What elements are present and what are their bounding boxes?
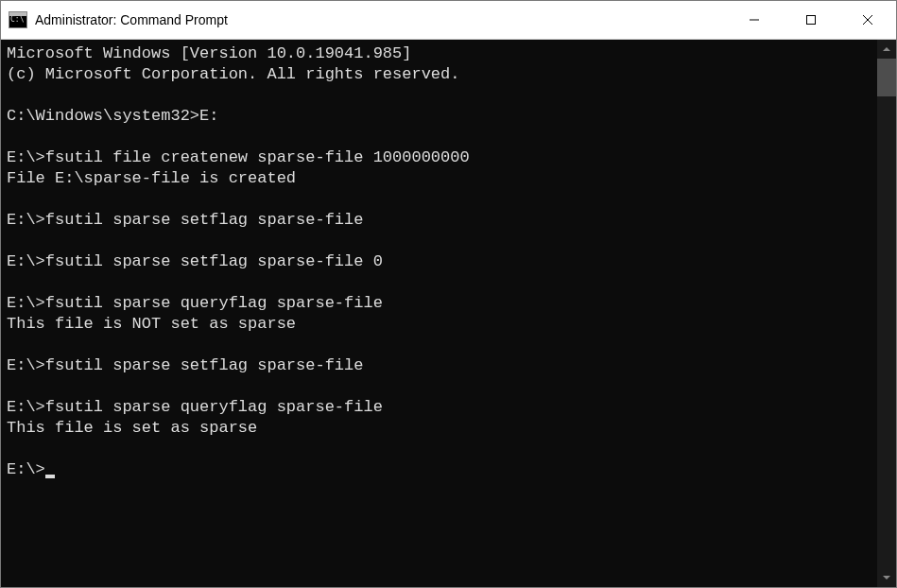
chevron-down-icon bbox=[882, 573, 891, 582]
minimize-icon bbox=[749, 14, 760, 26]
terminal-line bbox=[7, 272, 871, 293]
close-icon bbox=[862, 14, 873, 26]
terminal-line: Microsoft Windows [Version 10.0.19041.98… bbox=[7, 43, 871, 64]
terminal-line: E:\>fsutil sparse queryflag sparse-file bbox=[7, 293, 871, 314]
window-title: Administrator: Command Prompt bbox=[35, 12, 726, 27]
terminal-line: File E:\sparse-file is created bbox=[7, 168, 871, 189]
terminal-line: This file is set as sparse bbox=[7, 418, 871, 439]
scrollbar[interactable] bbox=[877, 40, 896, 587]
terminal-line: E:\>fsutil sparse setflag sparse-file bbox=[7, 210, 871, 231]
terminal-prompt: E:\> bbox=[7, 460, 45, 478]
maximize-icon bbox=[805, 14, 817, 26]
chevron-up-icon bbox=[882, 44, 891, 54]
terminal-line: C:\Windows\system32>E: bbox=[7, 106, 871, 127]
terminal-line: E:\>fsutil sparse setflag sparse-file 0 bbox=[7, 251, 871, 272]
terminal-line bbox=[7, 127, 871, 147]
terminal-line: E:\>fsutil file createnew sparse-file 10… bbox=[7, 147, 871, 168]
terminal-output[interactable]: Microsoft Windows [Version 10.0.19041.98… bbox=[1, 40, 877, 587]
terminal-line: E:\>fsutil sparse setflag sparse-file bbox=[7, 355, 871, 376]
titlebar[interactable]: C:\ Administrator: Command Prompt bbox=[1, 1, 896, 40]
terminal-line bbox=[7, 376, 871, 397]
terminal-line bbox=[7, 189, 871, 210]
terminal-container: Microsoft Windows [Version 10.0.19041.98… bbox=[1, 40, 896, 587]
app-icon: C:\ bbox=[9, 11, 27, 28]
terminal-line bbox=[7, 335, 871, 355]
scrollbar-down-button[interactable] bbox=[877, 568, 896, 587]
terminal-line bbox=[7, 231, 871, 251]
terminal-line: (c) Microsoft Corporation. All rights re… bbox=[7, 64, 871, 85]
terminal-line: E:\>fsutil sparse queryflag sparse-file bbox=[7, 397, 871, 418]
maximize-button[interactable] bbox=[783, 1, 839, 39]
terminal-line bbox=[7, 439, 871, 459]
window-controls bbox=[726, 1, 896, 39]
terminal-line: This file is NOT set as sparse bbox=[7, 314, 871, 335]
scrollbar-up-button[interactable] bbox=[877, 40, 896, 59]
close-button[interactable] bbox=[839, 1, 896, 39]
svg-rect-1 bbox=[807, 16, 816, 25]
cursor bbox=[45, 475, 55, 478]
scrollbar-thumb[interactable] bbox=[877, 59, 896, 96]
minimize-button[interactable] bbox=[726, 1, 783, 39]
terminal-prompt-line: E:\> bbox=[7, 459, 871, 480]
terminal-line bbox=[7, 85, 871, 106]
command-prompt-window: C:\ Administrator: Command Prompt Micros… bbox=[0, 0, 897, 588]
